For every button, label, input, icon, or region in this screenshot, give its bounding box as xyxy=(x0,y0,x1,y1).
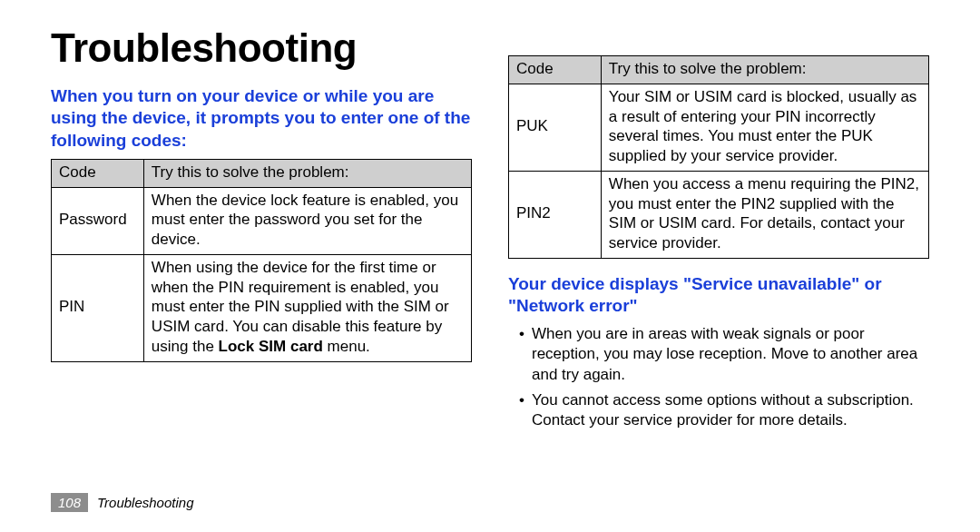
left-column: Troubleshooting When you turn on your de… xyxy=(51,25,472,436)
td-code: PUK xyxy=(509,84,602,171)
codes-table-right: Code Try this to solve the problem: PUK … xyxy=(508,55,929,259)
page-title: Troubleshooting xyxy=(51,25,472,71)
pin-desc-post: menu. xyxy=(323,338,370,355)
footer: 108 Troubleshooting xyxy=(51,493,194,512)
td-desc: Your SIM or USIM card is blocked, usuall… xyxy=(601,84,928,171)
table-row: Password When the device lock feature is… xyxy=(52,187,472,254)
table-row: PIN When using the device for the first … xyxy=(52,254,472,361)
list-item: You cannot access some options without a… xyxy=(519,390,929,430)
section2-bullets: When you are in areas with weak signals … xyxy=(508,324,929,429)
table-row: PUK Your SIM or USIM card is blocked, us… xyxy=(509,84,929,171)
footer-label: Troubleshooting xyxy=(97,495,193,510)
th-code: Code xyxy=(509,56,602,84)
table-row: PIN2 When you access a menu requiring th… xyxy=(509,171,929,258)
td-desc: When you access a menu requiring the PIN… xyxy=(601,171,928,258)
th-code: Code xyxy=(52,159,144,187)
td-desc: When using the device for the first time… xyxy=(143,254,471,361)
td-desc: When the device lock feature is enabled,… xyxy=(143,187,471,254)
pin-desc-bold: Lock SIM card xyxy=(219,338,323,355)
list-item: When you are in areas with weak signals … xyxy=(519,324,929,384)
page-number: 108 xyxy=(51,493,88,512)
right-column: Code Try this to solve the problem: PUK … xyxy=(508,25,929,436)
page-content: Troubleshooting When you turn on your de… xyxy=(0,0,980,436)
codes-table-left: Code Try this to solve the problem: Pass… xyxy=(51,159,472,362)
table-header-row: Code Try this to solve the problem: xyxy=(509,56,929,84)
table-header-row: Code Try this to solve the problem: xyxy=(52,159,472,187)
section1-heading: When you turn on your device or while yo… xyxy=(51,85,472,152)
td-code: Password xyxy=(52,187,144,254)
td-code: PIN2 xyxy=(509,171,602,258)
th-desc: Try this to solve the problem: xyxy=(143,159,471,187)
section2-heading: Your device displays "Service unavailabl… xyxy=(508,273,929,318)
td-code: PIN xyxy=(52,254,144,361)
th-desc: Try this to solve the problem: xyxy=(601,56,928,84)
